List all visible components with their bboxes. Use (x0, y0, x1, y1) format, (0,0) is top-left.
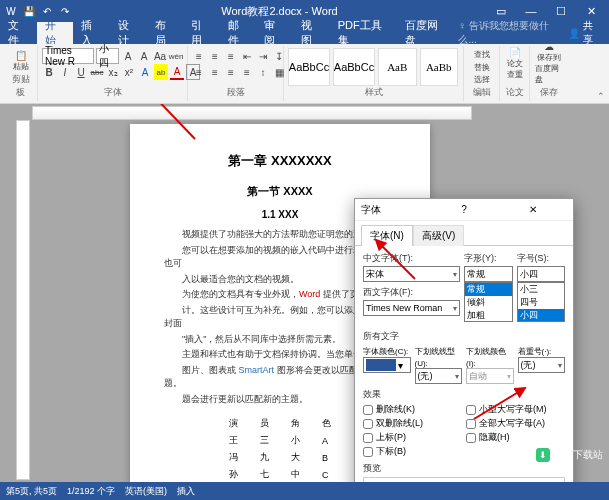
strike-button[interactable]: abc (90, 64, 104, 80)
en-font-label: 西文字体(F): (363, 286, 460, 299)
group-clipboard-label: 剪贴板 (8, 73, 33, 99)
font-family-combo[interactable]: Times New R (42, 48, 94, 64)
tab-view[interactable]: 视图 (293, 22, 330, 44)
dialog-title: 字体 (361, 203, 430, 217)
style-heading1[interactable]: AaB (378, 48, 417, 86)
word-app-icon: W (4, 4, 18, 18)
horizontal-ruler[interactable] (32, 106, 472, 120)
tab-layout[interactable]: 布局 (147, 22, 184, 44)
justify-button[interactable]: ≡ (240, 64, 254, 80)
grow-font-button[interactable]: A (121, 48, 135, 64)
watermark-logo-icon: ⬇ (536, 448, 550, 462)
watermark: ⬇ 极光下载站 (536, 448, 603, 462)
font-color-button[interactable]: A (170, 64, 184, 80)
table-row: 演员角色 (219, 416, 341, 431)
paste-button[interactable]: 📋粘贴 (8, 48, 33, 73)
undo-icon[interactable]: ↶ (40, 4, 54, 18)
redo-icon[interactable]: ↷ (58, 4, 72, 18)
bullets-button[interactable]: ≡ (192, 48, 206, 64)
vertical-ruler[interactable] (16, 120, 30, 480)
table-row: 冯九大B (219, 450, 341, 465)
style-listbox[interactable]: 常规 倾斜 加粗 (464, 282, 513, 322)
strike-checkbox[interactable]: 删除线(K) (363, 403, 462, 416)
underline-button[interactable]: U (74, 64, 88, 80)
hidden-checkbox[interactable]: 隐藏(H) (466, 431, 565, 444)
tab-insert[interactable]: 插入 (73, 22, 110, 44)
highlight-button[interactable]: ab (154, 64, 168, 80)
superscript-checkbox[interactable]: 上标(P) (363, 431, 462, 444)
size-label: 字号(S): (517, 252, 566, 265)
group-font-label: 字体 (42, 86, 183, 99)
emphasis-select[interactable]: (无)▾ (518, 357, 566, 373)
underline-color-select: 自动▾ (466, 368, 514, 384)
group-editing-label: 编辑 (468, 86, 495, 99)
find-button[interactable]: 查找 (468, 48, 495, 61)
align-left-button[interactable]: ≡ (192, 64, 206, 80)
select-button[interactable]: 选择 (468, 73, 495, 86)
dec-indent-button[interactable]: ⇤ (240, 48, 254, 64)
subscript-checkbox[interactable]: 下标(B) (363, 445, 462, 458)
workspace: 第一章 XXXXXXX 第一节 XXXX 1.1 XXX 视频提供了功能强大的方… (0, 104, 609, 484)
status-insert[interactable]: 插入 (177, 485, 195, 498)
font-color-select[interactable]: ▾ (363, 357, 411, 373)
align-right-button[interactable]: ≡ (224, 64, 238, 80)
subscript-button[interactable]: x₂ (106, 64, 120, 80)
tab-baidu[interactable]: 百度网盘 (397, 22, 454, 44)
paper-check-button[interactable]: 📄论文查重 (504, 48, 525, 78)
cn-font-label: 中文字体(T): (363, 252, 460, 265)
font-size-combo[interactable]: 小四 (96, 48, 119, 64)
allcaps-checkbox[interactable]: 全部大写字母(A) (466, 417, 565, 430)
share-button[interactable]: 👤共享 (560, 22, 609, 44)
align-center-button[interactable]: ≡ (208, 64, 222, 80)
tab-references[interactable]: 引用 (183, 22, 220, 44)
superscript-button[interactable]: x² (122, 64, 136, 80)
style-normal[interactable]: AaBbCc (288, 48, 330, 86)
bold-button[interactable]: B (42, 64, 56, 80)
save-icon[interactable]: 💾 (22, 4, 36, 18)
numbering-button[interactable]: ≡ (208, 48, 222, 64)
cn-font-select[interactable]: 宋体▾ (363, 266, 460, 282)
status-words[interactable]: 1/2192 个字 (67, 485, 115, 498)
collapse-ribbon-icon[interactable]: ⌃ (597, 91, 605, 101)
tab-review[interactable]: 审阅 (256, 22, 293, 44)
dialog-titlebar[interactable]: 字体 ? ✕ (355, 199, 573, 221)
dialog-tab-advanced[interactable]: 高级(V) (413, 225, 464, 246)
inc-indent-button[interactable]: ⇥ (256, 48, 270, 64)
style-heading2[interactable]: AaBb (420, 48, 459, 86)
style-input[interactable]: 常规 (464, 266, 513, 282)
save-baidu-button[interactable]: ☁保存到百度网盘 (534, 48, 564, 78)
style-label: 字形(Y): (464, 252, 513, 265)
doc-heading-1: 第一章 XXXXXXX (164, 152, 396, 170)
text-effects-button[interactable]: A (138, 64, 152, 80)
italic-button[interactable]: I (58, 64, 72, 80)
dialog-close-button[interactable]: ✕ (498, 204, 567, 215)
dialog-tab-font[interactable]: 字体(N) (361, 225, 413, 246)
dstrike-checkbox[interactable]: 双删除线(L) (363, 417, 462, 430)
size-listbox[interactable]: 小三 四号 小四 (517, 282, 566, 322)
status-lang[interactable]: 英语(美国) (125, 485, 167, 498)
ribbon: 📋粘贴 剪贴板 Times New R 小四 A A Aa wén B I U … (0, 44, 609, 104)
group-styles-label: 样式 (288, 86, 459, 99)
dialog-help-button[interactable]: ? (430, 204, 499, 215)
multilevel-button[interactable]: ≡ (224, 48, 238, 64)
tab-home[interactable]: 开始 (37, 22, 74, 44)
replace-button[interactable]: 替换 (468, 61, 495, 74)
tab-mailings[interactable]: 邮件 (220, 22, 257, 44)
underline-style-select[interactable]: (无)▾ (415, 368, 463, 384)
doc-heading-2: 第一节 XXXX (164, 184, 396, 199)
en-font-select[interactable]: Times New Roman▾ (363, 300, 460, 316)
tab-file[interactable]: 文件 (0, 22, 37, 44)
font-dialog: 字体 ? ✕ 字体(N) 高级(V) 中文字体(T): 宋体▾ 西文字体(F):… (354, 198, 574, 484)
status-page[interactable]: 第5页, 共5页 (6, 485, 57, 498)
smallcaps-checkbox[interactable]: 小型大写字母(M) (466, 403, 565, 416)
size-input[interactable]: 小四 (517, 266, 566, 282)
line-spacing-button[interactable]: ↕ (256, 64, 270, 80)
preview-label: 预览 (363, 462, 565, 475)
group-paragraph-label: 段落 (192, 86, 279, 99)
pinyin-button[interactable]: wén (169, 48, 183, 64)
tab-pdftools[interactable]: PDF工具集 (330, 22, 398, 44)
style-nospace[interactable]: AaBbCc (333, 48, 375, 86)
tab-design[interactable]: 设计 (110, 22, 147, 44)
shrink-font-button[interactable]: A (137, 48, 151, 64)
change-case-button[interactable]: Aa (153, 48, 167, 64)
